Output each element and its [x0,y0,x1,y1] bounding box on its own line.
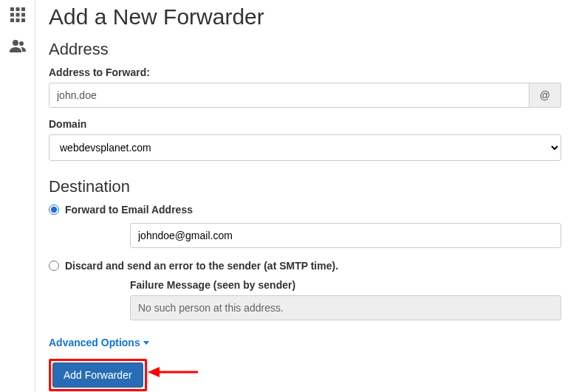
svg-point-10 [19,41,24,46]
svg-rect-4 [16,13,19,17]
svg-rect-8 [21,18,25,22]
discard-radio[interactable] [49,261,59,271]
users-icon[interactable] [9,37,27,55]
svg-rect-0 [10,7,14,11]
failure-message-input [130,295,561,320]
svg-rect-1 [16,7,19,11]
svg-point-9 [13,40,18,46]
domain-select[interactable]: webdevsplanet.com [49,134,561,161]
add-forwarder-button[interactable]: Add Forwarder [52,362,143,388]
forward-radio-label: Forward to Email Address [65,204,193,216]
caret-down-icon [143,341,149,345]
page-title: Add a New Forwarder [49,4,561,30]
svg-rect-6 [10,18,14,22]
svg-rect-3 [10,13,14,17]
advanced-options-toggle[interactable]: Advanced Options [49,337,149,348]
apps-grid-icon[interactable] [9,6,27,24]
discard-radio-label: Discard and send an error to the sender … [65,260,338,272]
annotation-highlight: Add Forwarder [49,359,147,391]
address-label: Address to Forward: [49,66,561,78]
forward-email-input[interactable] [130,223,561,248]
address-input[interactable] [49,83,529,108]
svg-rect-7 [16,18,19,22]
at-addon: @ [529,83,561,108]
forward-radio[interactable] [49,204,59,215]
svg-rect-5 [21,13,25,17]
svg-rect-2 [21,7,25,11]
main-content: Add a New Forwarder Address Address to F… [35,0,576,392]
domain-label: Domain [49,118,561,130]
destination-heading: Destination [49,177,561,196]
sidebar [0,0,35,392]
advanced-options-label: Advanced Options [49,337,140,348]
address-heading: Address [49,40,561,59]
failure-label: Failure Message (seen by sender) [130,279,561,291]
